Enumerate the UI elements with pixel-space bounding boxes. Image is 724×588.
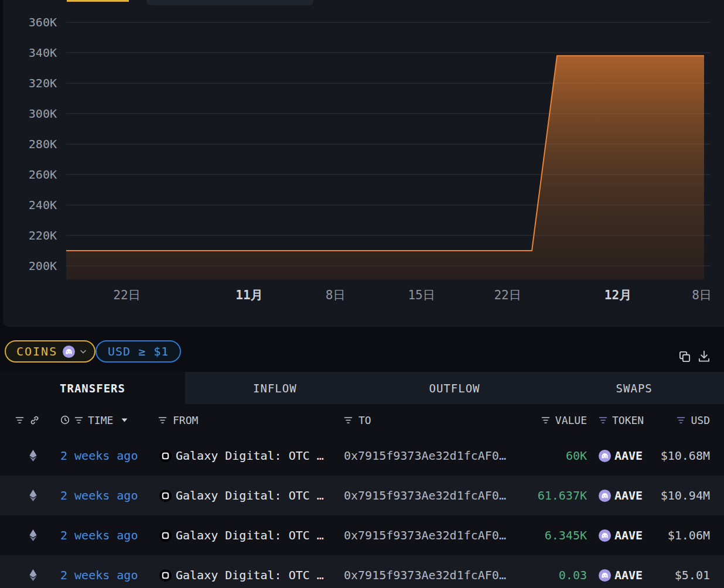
aave-token-icon bbox=[599, 450, 611, 462]
download-icon[interactable] bbox=[696, 349, 712, 364]
header-time[interactable]: TIME bbox=[53, 414, 149, 426]
y-axis: 360K340K320K300K280K260K240K220K200K bbox=[3, 0, 57, 280]
header-token-label: TOKEN bbox=[612, 414, 644, 426]
y-axis-label: 280K bbox=[29, 137, 57, 151]
chevron-down-icon bbox=[80, 350, 86, 354]
x-axis-label: 11月 bbox=[235, 287, 262, 303]
ethereum-chain-icon bbox=[29, 529, 37, 541]
header-to-label: TO bbox=[358, 414, 371, 426]
header-value-label: VALUE bbox=[555, 414, 587, 426]
coins-filter-label: COINS bbox=[16, 344, 57, 358]
x-axis-label: 22日 bbox=[494, 287, 521, 303]
table-row[interactable]: 2 weeks ago Galaxy Digital: OTC … 0x7915… bbox=[0, 515, 724, 555]
sort-desc-icon[interactable] bbox=[121, 418, 128, 422]
aave-token-icon bbox=[599, 529, 611, 542]
token-name-link[interactable]: AAVE bbox=[614, 488, 643, 502]
filter-icon-active[interactable] bbox=[677, 416, 685, 424]
dashboard-page: 360K340K320K300K280K260K240K220K200K 22日… bbox=[0, 0, 724, 588]
time-link[interactable]: 2 weeks ago bbox=[60, 449, 138, 463]
y-axis-label: 200K bbox=[29, 259, 57, 273]
filter-icon[interactable] bbox=[74, 416, 83, 424]
galaxy-digital-icon bbox=[159, 450, 172, 462]
copy-icon[interactable] bbox=[677, 349, 692, 364]
x-axis: 22日11月8日15日22日12月8日 bbox=[66, 287, 711, 307]
transfer-value: 60K bbox=[566, 449, 587, 463]
header-token[interactable]: TOKEN bbox=[587, 414, 650, 426]
header-time-label: TIME bbox=[88, 414, 113, 426]
to-address-link[interactable]: 0x7915f9373Ae32d1fcAF0… bbox=[344, 568, 506, 582]
header-from[interactable]: FROM bbox=[149, 414, 337, 426]
usd-value: $10.94M bbox=[661, 488, 710, 502]
filter-icon[interactable] bbox=[15, 416, 24, 424]
token-name-link[interactable]: AAVE bbox=[614, 449, 643, 463]
table-row[interactable]: 2 weeks ago Galaxy Digital: OTC … 0x7915… bbox=[0, 436, 724, 476]
header-to[interactable]: TO bbox=[337, 414, 515, 426]
x-axis-label: 15日 bbox=[408, 287, 435, 303]
usd-filter-pill[interactable]: USD ≥ $1 bbox=[95, 340, 181, 363]
to-address-link[interactable]: 0x7915f9373Ae32d1fcAF0… bbox=[344, 488, 506, 502]
tab-swaps[interactable]: SWAPS bbox=[544, 372, 724, 404]
table-row[interactable]: 2 weeks ago Galaxy Digital: OTC … 0x7915… bbox=[0, 555, 724, 588]
table-body: 2 weeks ago Galaxy Digital: OTC … 0x7915… bbox=[0, 436, 724, 588]
usd-value: $1.06M bbox=[668, 528, 710, 542]
table-row[interactable]: 2 weeks ago Galaxy Digital: OTC … 0x7915… bbox=[0, 476, 724, 515]
coins-filter-pill[interactable]: COINS bbox=[5, 340, 95, 363]
ethereum-chain-icon bbox=[29, 569, 37, 581]
link-icon[interactable] bbox=[29, 415, 39, 425]
x-axis-label: 12月 bbox=[605, 287, 631, 303]
to-address-link[interactable]: 0x7915f9373Ae32d1fcAF0… bbox=[344, 528, 506, 542]
galaxy-digital-icon bbox=[159, 490, 172, 502]
galaxy-digital-icon bbox=[159, 569, 172, 582]
transfer-value: 61.637K bbox=[538, 488, 587, 502]
table-tabs: TRANSFERS INFLOW OUTFLOW SWAPS bbox=[0, 372, 724, 404]
transfers-table: TIME FROM TO VALUE bbox=[0, 404, 724, 588]
header-usd[interactable]: USD bbox=[650, 414, 710, 426]
filter-icon[interactable] bbox=[541, 416, 550, 424]
token-name-link[interactable]: AAVE bbox=[614, 528, 643, 542]
header-usd-label: USD bbox=[691, 414, 710, 426]
from-entity-link[interactable]: Galaxy Digital: OTC … bbox=[176, 528, 324, 542]
clock-icon bbox=[60, 415, 70, 425]
header-value[interactable]: VALUE bbox=[515, 414, 587, 426]
y-axis-label: 360K bbox=[29, 15, 57, 29]
y-axis-label: 320K bbox=[29, 76, 57, 90]
filter-icon-active[interactable] bbox=[599, 416, 607, 424]
balance-area-chart[interactable] bbox=[66, 0, 711, 280]
filter-icon[interactable] bbox=[344, 416, 353, 424]
x-axis-label: 22日 bbox=[113, 287, 140, 303]
header-from-label: FROM bbox=[173, 414, 198, 426]
x-axis-label: 8日 bbox=[326, 287, 346, 303]
to-address-link[interactable]: 0x7915f9373Ae32d1fcAF0… bbox=[344, 449, 506, 463]
aave-token-icon bbox=[63, 346, 75, 358]
tab-outflow[interactable]: OUTFLOW bbox=[365, 372, 545, 404]
transfer-value: 0.03 bbox=[559, 568, 587, 582]
ethereum-chain-icon bbox=[29, 450, 37, 461]
token-name-link[interactable]: AAVE bbox=[614, 568, 643, 582]
tab-inflow[interactable]: INFLOW bbox=[185, 372, 365, 404]
chart-area-fill bbox=[66, 56, 704, 279]
galaxy-digital-icon bbox=[159, 529, 172, 542]
usd-filter-label: USD ≥ $1 bbox=[108, 344, 169, 358]
time-link[interactable]: 2 weeks ago bbox=[60, 528, 138, 542]
usd-value: $10.68M bbox=[661, 449, 710, 463]
y-axis-label: 300K bbox=[29, 107, 57, 121]
y-axis-label: 220K bbox=[29, 228, 57, 242]
y-axis-label: 240K bbox=[29, 198, 57, 212]
from-entity-link[interactable]: Galaxy Digital: OTC … bbox=[176, 488, 324, 502]
y-axis-label: 340K bbox=[29, 46, 57, 60]
ethereum-chain-icon bbox=[29, 490, 37, 501]
time-link[interactable]: 2 weeks ago bbox=[60, 488, 138, 502]
from-entity-link[interactable]: Galaxy Digital: OTC … bbox=[176, 449, 324, 463]
x-axis-label: 8日 bbox=[692, 287, 712, 303]
y-axis-label: 260K bbox=[29, 167, 57, 182]
tab-transfers[interactable]: TRANSFERS bbox=[0, 372, 185, 404]
table-header-row: TIME FROM TO VALUE bbox=[0, 404, 724, 436]
aave-token-icon bbox=[599, 490, 611, 502]
transfer-value: 6.345K bbox=[545, 528, 587, 542]
usd-value: $5.01 bbox=[675, 568, 710, 582]
time-link[interactable]: 2 weeks ago bbox=[60, 568, 138, 582]
aave-token-icon bbox=[599, 569, 611, 582]
from-entity-link[interactable]: Galaxy Digital: OTC … bbox=[176, 568, 324, 582]
balance-chart-card: 360K340K320K300K280K260K240K220K200K 22日… bbox=[3, 0, 724, 327]
filter-icon[interactable] bbox=[158, 416, 167, 424]
